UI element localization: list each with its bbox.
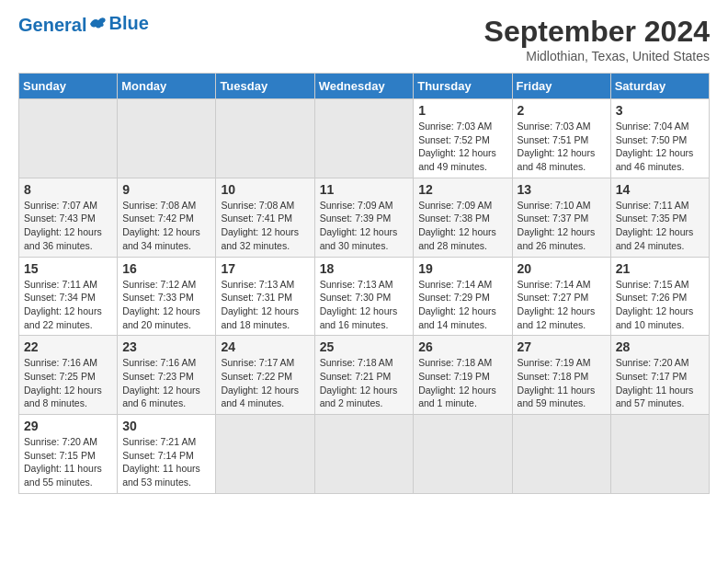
calendar-cell: 14 Sunrise: 7:11 AM Sunset: 7:35 PM Dayl… (610, 178, 709, 257)
cell-content: Sunrise: 7:19 AM Sunset: 7:18 PM Dayligh… (518, 357, 596, 408)
day-number: 17 (221, 261, 309, 276)
cell-content: Sunrise: 7:08 AM Sunset: 7:41 PM Dayligh… (221, 200, 299, 251)
calendar-week-4: 22 Sunrise: 7:16 AM Sunset: 7:25 PM Dayl… (19, 336, 710, 415)
cell-content: Sunrise: 7:12 AM Sunset: 7:33 PM Dayligh… (122, 279, 200, 330)
calendar-week-5: 29 Sunrise: 7:20 AM Sunset: 7:15 PM Dayl… (19, 415, 710, 494)
calendar-cell: 13 Sunrise: 7:10 AM Sunset: 7:37 PM Dayl… (512, 178, 610, 257)
calendar-week-1: 1 Sunrise: 7:03 AM Sunset: 7:52 PM Dayli… (19, 99, 710, 178)
day-number: 22 (24, 339, 112, 354)
calendar-cell: 17 Sunrise: 7:13 AM Sunset: 7:31 PM Dayl… (216, 257, 314, 336)
cell-content: Sunrise: 7:09 AM Sunset: 7:39 PM Dayligh… (320, 200, 398, 251)
day-number: 25 (320, 339, 409, 354)
cell-content: Sunrise: 7:14 AM Sunset: 7:27 PM Dayligh… (518, 279, 596, 330)
day-number: 13 (518, 182, 606, 197)
logo: General Blue (18, 15, 149, 36)
day-number: 18 (320, 261, 409, 276)
cell-content: Sunrise: 7:17 AM Sunset: 7:22 PM Dayligh… (221, 357, 299, 408)
calendar-cell: 19 Sunrise: 7:14 AM Sunset: 7:29 PM Dayl… (414, 257, 512, 336)
day-number: 21 (616, 261, 704, 276)
calendar-cell: 15 Sunrise: 7:11 AM Sunset: 7:34 PM Dayl… (19, 257, 118, 336)
weekday-header-tuesday: Tuesday (216, 74, 314, 99)
cell-content: Sunrise: 7:18 AM Sunset: 7:21 PM Dayligh… (320, 357, 398, 408)
calendar-header-row: SundayMondayTuesdayWednesdayThursdayFrid… (19, 74, 710, 99)
cell-content: Sunrise: 7:18 AM Sunset: 7:19 PM Dayligh… (418, 357, 496, 408)
calendar-cell (610, 415, 709, 494)
weekday-header-wednesday: Wednesday (314, 74, 414, 99)
calendar-cell: 26 Sunrise: 7:18 AM Sunset: 7:19 PM Dayl… (414, 336, 512, 415)
day-number: 27 (518, 339, 606, 354)
calendar-cell: 10 Sunrise: 7:08 AM Sunset: 7:41 PM Dayl… (216, 178, 314, 257)
day-number: 8 (24, 182, 112, 197)
day-number: 24 (221, 339, 309, 354)
day-number: 10 (221, 182, 309, 197)
calendar-cell: 8 Sunrise: 7:07 AM Sunset: 7:43 PM Dayli… (19, 178, 118, 257)
cell-content: Sunrise: 7:10 AM Sunset: 7:37 PM Dayligh… (518, 200, 596, 251)
cell-content: Sunrise: 7:16 AM Sunset: 7:23 PM Dayligh… (122, 357, 200, 408)
calendar-cell: 9 Sunrise: 7:08 AM Sunset: 7:42 PM Dayli… (118, 178, 216, 257)
calendar-cell (414, 415, 512, 494)
calendar-cell (314, 99, 414, 178)
cell-content: Sunrise: 7:13 AM Sunset: 7:30 PM Dayligh… (320, 279, 398, 330)
calendar-cell: 25 Sunrise: 7:18 AM Sunset: 7:21 PM Dayl… (314, 336, 414, 415)
day-number: 29 (24, 419, 112, 433)
cell-content: Sunrise: 7:13 AM Sunset: 7:31 PM Dayligh… (221, 279, 299, 330)
calendar-cell (314, 415, 414, 494)
day-number: 11 (320, 182, 409, 197)
title-area: September 2024 Midlothian, Texas, United… (484, 15, 710, 63)
cell-content: Sunrise: 7:14 AM Sunset: 7:29 PM Dayligh… (418, 279, 496, 330)
calendar-cell (216, 415, 314, 494)
cell-content: Sunrise: 7:11 AM Sunset: 7:35 PM Dayligh… (616, 200, 694, 251)
calendar-body: 1 Sunrise: 7:03 AM Sunset: 7:52 PM Dayli… (19, 99, 710, 494)
day-number: 30 (122, 419, 210, 433)
month-title: September 2024 (484, 15, 710, 49)
day-number: 16 (122, 261, 210, 276)
cell-content: Sunrise: 7:03 AM Sunset: 7:51 PM Dayligh… (518, 121, 596, 172)
cell-content: Sunrise: 7:03 AM Sunset: 7:52 PM Dayligh… (418, 121, 496, 172)
calendar-cell: 3 Sunrise: 7:04 AM Sunset: 7:50 PM Dayli… (610, 99, 709, 178)
calendar-cell: 12 Sunrise: 7:09 AM Sunset: 7:38 PM Dayl… (414, 178, 512, 257)
day-number: 23 (122, 339, 210, 354)
calendar-week-3: 15 Sunrise: 7:11 AM Sunset: 7:34 PM Dayl… (19, 257, 710, 336)
cell-content: Sunrise: 7:21 AM Sunset: 7:14 PM Dayligh… (122, 436, 200, 488)
calendar-week-2: 8 Sunrise: 7:07 AM Sunset: 7:43 PM Dayli… (19, 178, 710, 257)
cell-content: Sunrise: 7:04 AM Sunset: 7:50 PM Dayligh… (616, 121, 694, 172)
calendar-cell: 18 Sunrise: 7:13 AM Sunset: 7:30 PM Dayl… (314, 257, 414, 336)
day-number: 12 (418, 182, 506, 197)
day-number: 1 (418, 103, 506, 118)
weekday-header-friday: Friday (512, 74, 610, 99)
weekday-header-monday: Monday (118, 74, 216, 99)
calendar-cell (19, 99, 118, 178)
cell-content: Sunrise: 7:20 AM Sunset: 7:15 PM Dayligh… (24, 436, 102, 488)
logo-blue-text: Blue (108, 13, 148, 34)
calendar-cell: 1 Sunrise: 7:03 AM Sunset: 7:52 PM Dayli… (414, 99, 512, 178)
day-number: 15 (24, 261, 112, 276)
calendar-cell: 2 Sunrise: 7:03 AM Sunset: 7:51 PM Dayli… (512, 99, 610, 178)
calendar-table: SundayMondayTuesdayWednesdayThursdayFrid… (18, 73, 710, 494)
calendar-cell: 11 Sunrise: 7:09 AM Sunset: 7:39 PM Dayl… (314, 178, 414, 257)
logo-general: General (18, 15, 86, 36)
day-number: 28 (616, 339, 704, 354)
day-number: 3 (616, 103, 704, 118)
cell-content: Sunrise: 7:11 AM Sunset: 7:34 PM Dayligh… (24, 279, 102, 330)
cell-content: Sunrise: 7:16 AM Sunset: 7:25 PM Dayligh… (24, 357, 102, 408)
bird-icon (88, 16, 108, 32)
day-number: 26 (418, 339, 506, 354)
day-number: 20 (518, 261, 606, 276)
page-header: General Blue September 2024 Midlothian, … (18, 15, 710, 63)
calendar-cell: 24 Sunrise: 7:17 AM Sunset: 7:22 PM Dayl… (216, 336, 314, 415)
calendar-cell: 20 Sunrise: 7:14 AM Sunset: 7:27 PM Dayl… (512, 257, 610, 336)
day-number: 2 (518, 103, 606, 118)
calendar-cell: 27 Sunrise: 7:19 AM Sunset: 7:18 PM Dayl… (512, 336, 610, 415)
calendar-cell: 30 Sunrise: 7:21 AM Sunset: 7:14 PM Dayl… (118, 415, 216, 494)
cell-content: Sunrise: 7:09 AM Sunset: 7:38 PM Dayligh… (418, 200, 496, 251)
calendar-cell: 29 Sunrise: 7:20 AM Sunset: 7:15 PM Dayl… (19, 415, 118, 494)
calendar-cell: 28 Sunrise: 7:20 AM Sunset: 7:17 PM Dayl… (610, 336, 709, 415)
location: Midlothian, Texas, United States (484, 49, 710, 63)
day-number: 9 (122, 182, 210, 197)
calendar-cell (512, 415, 610, 494)
calendar-cell: 22 Sunrise: 7:16 AM Sunset: 7:25 PM Dayl… (19, 336, 118, 415)
weekday-header-saturday: Saturday (610, 74, 709, 99)
weekday-header-thursday: Thursday (414, 74, 512, 99)
calendar-cell: 21 Sunrise: 7:15 AM Sunset: 7:26 PM Dayl… (610, 257, 709, 336)
calendar-cell (118, 99, 216, 178)
